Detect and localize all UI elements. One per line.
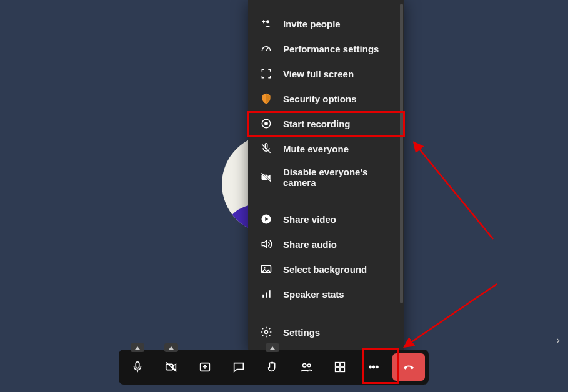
menu-item-start-recording[interactable]: Start recording <box>248 111 404 136</box>
menu-item-settings[interactable]: Settings <box>248 320 404 345</box>
svg-point-2 <box>266 20 269 23</box>
gear-icon <box>259 325 273 339</box>
camera-button[interactable] <box>156 353 186 381</box>
menu-item-share-video[interactable]: Share video <box>248 207 404 232</box>
menu-scrollbar[interactable] <box>400 4 403 303</box>
svg-point-31 <box>369 366 371 368</box>
menu-item-label: Settings <box>283 327 320 338</box>
svg-rect-14 <box>266 293 267 298</box>
call-toolbar <box>119 350 429 385</box>
menu-item-label: Select background <box>283 264 367 275</box>
reactions-chevron[interactable] <box>266 343 279 352</box>
chat-button[interactable] <box>224 353 254 381</box>
image-icon <box>259 262 273 276</box>
svg-rect-27 <box>336 363 339 366</box>
more-actions-button[interactable] <box>359 353 389 381</box>
gauge-icon <box>259 42 273 56</box>
menu-divider <box>248 200 404 200</box>
svg-point-25 <box>303 364 307 368</box>
menu-item-label: Share audio <box>283 239 337 250</box>
menu-item-select-background[interactable]: Select background <box>248 257 404 282</box>
svg-point-16 <box>265 331 268 334</box>
camera-off-all-icon <box>259 170 273 184</box>
menu-item-label: Invite people <box>283 19 341 29</box>
menu-item-label: Share video <box>283 214 336 225</box>
menu-item-security-options[interactable]: Security options <box>248 86 404 111</box>
svg-rect-13 <box>262 295 264 298</box>
play-circle-icon <box>259 212 273 226</box>
shield-icon <box>259 92 273 105</box>
screenshare-button[interactable] <box>190 353 220 381</box>
svg-rect-30 <box>341 368 344 371</box>
svg-rect-28 <box>341 363 344 366</box>
camera-options-chevron[interactable] <box>164 343 178 352</box>
menu-item-label: Mute everyone <box>283 144 349 154</box>
mic-button[interactable] <box>122 353 152 381</box>
raise-hand-button[interactable] <box>257 353 287 381</box>
svg-line-35 <box>405 284 497 346</box>
menu-item-disable-everyones-camera[interactable]: Disable everyone's camera <box>248 161 404 194</box>
menu-item-performance-settings[interactable]: Performance settings <box>248 36 404 61</box>
menu-item-label: View full screen <box>283 69 354 79</box>
menu-item-view-full-screen[interactable]: View full screen <box>248 61 404 86</box>
menu-item-label: Start recording <box>283 119 351 129</box>
menu-item-label: Performance settings <box>283 44 379 54</box>
svg-rect-20 <box>136 362 139 368</box>
menu-item-speaker-stats[interactable]: Speaker stats <box>248 282 404 306</box>
svg-point-32 <box>372 366 374 368</box>
svg-point-26 <box>307 364 311 367</box>
svg-point-12 <box>264 267 266 269</box>
tile-view-button[interactable] <box>325 353 355 381</box>
menu-item-mute-everyone[interactable]: Mute everyone <box>248 136 404 161</box>
menu-item-label: Speaker stats <box>283 289 344 300</box>
menu-divider <box>248 313 404 313</box>
svg-rect-29 <box>336 368 339 371</box>
person-add-icon <box>259 17 273 31</box>
expand-panel-chevron[interactable] <box>552 335 564 347</box>
menu-item-label: Disable everyone's camera <box>283 167 393 188</box>
svg-point-5 <box>264 122 268 125</box>
menu-item-invite-people[interactable]: Invite people <box>248 11 404 36</box>
menu-item-share-audio[interactable]: Share audio <box>248 232 404 257</box>
participants-button[interactable] <box>291 353 321 381</box>
svg-point-33 <box>376 366 378 368</box>
more-actions-menu: Invite people Performance settings View … <box>248 0 404 351</box>
fullscreen-icon <box>259 67 273 81</box>
mic-off-all-icon <box>259 142 273 155</box>
bar-chart-icon <box>259 287 273 301</box>
hangup-button[interactable] <box>392 353 425 381</box>
mic-options-chevron[interactable] <box>131 343 144 352</box>
record-icon <box>259 117 273 130</box>
svg-line-3 <box>266 47 268 51</box>
svg-rect-15 <box>269 290 271 298</box>
svg-line-34 <box>414 143 493 239</box>
menu-item-label: Security options <box>283 94 357 104</box>
volume-icon <box>259 237 273 251</box>
